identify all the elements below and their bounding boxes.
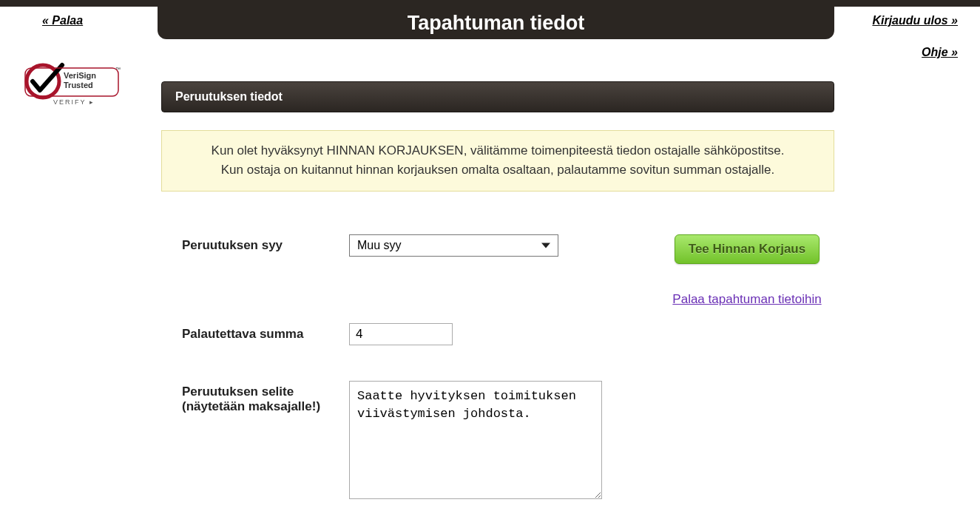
verisign-text-2: Trusted — [64, 81, 93, 89]
reason-label: Peruutuksen syy — [161, 234, 349, 253]
desc-label: Peruutuksen selite (näytetään maksajalle… — [161, 381, 349, 414]
submit-button[interactable]: Tee Hinnan Korjaus — [675, 234, 820, 264]
info-box: Kun olet hyväksynyt HINNAN KORJAUKSEN, v… — [161, 130, 834, 192]
help-link[interactable]: Ohje » — [922, 46, 958, 59]
reason-select-value: Muu syy — [357, 239, 402, 252]
return-link[interactable]: Palaa tapahtuman tietoihin — [672, 292, 821, 307]
description-textarea[interactable] — [349, 381, 602, 499]
reason-select[interactable]: Muu syy — [349, 234, 558, 257]
top-bar — [0, 0, 980, 7]
row-description: Peruutuksen selite (näytetään maksajalle… — [161, 381, 834, 499]
chevron-down-icon — [541, 243, 550, 248]
form-area: Peruutuksen syy Muu syy Palautettava sum… — [161, 234, 834, 499]
verisign-verify: VERIFY ▸ — [53, 98, 95, 106]
desc-label-line1: Peruutuksen selite — [182, 385, 294, 399]
svg-text:™: ™ — [115, 67, 121, 72]
logout-link[interactable]: Kirjaudu ulos » — [872, 14, 958, 27]
page-title-banner: Tapahtuman tiedot — [158, 7, 834, 39]
back-link[interactable]: « Palaa — [42, 14, 83, 27]
info-line-2: Kun ostaja on kuitannut hinnan korjaukse… — [221, 163, 774, 177]
verisign-trusted-badge: VeriSign Trusted VERIFY ▸ ™ — [22, 61, 126, 106]
desc-label-line2: (näytetään maksajalle!) — [182, 399, 320, 413]
action-column: Tee Hinnan Korjaus Palaa tapahtuman tiet… — [666, 234, 828, 307]
header-row: « Palaa Tapahtuman tiedot Kirjaudu ulos … — [0, 7, 980, 39]
row-amount: Palautettava summa — [161, 323, 834, 345]
section-header: Peruutuksen tiedot — [161, 81, 834, 112]
content-area: Peruutuksen tiedot Kun olet hyväksynyt H… — [161, 81, 834, 508]
verisign-text-1: VeriSign — [64, 71, 96, 80]
amount-input[interactable] — [349, 323, 453, 345]
amount-label: Palautettava summa — [161, 323, 349, 342]
info-line-1: Kun olet hyväksynyt HINNAN KORJAUKSEN, v… — [212, 143, 785, 158]
